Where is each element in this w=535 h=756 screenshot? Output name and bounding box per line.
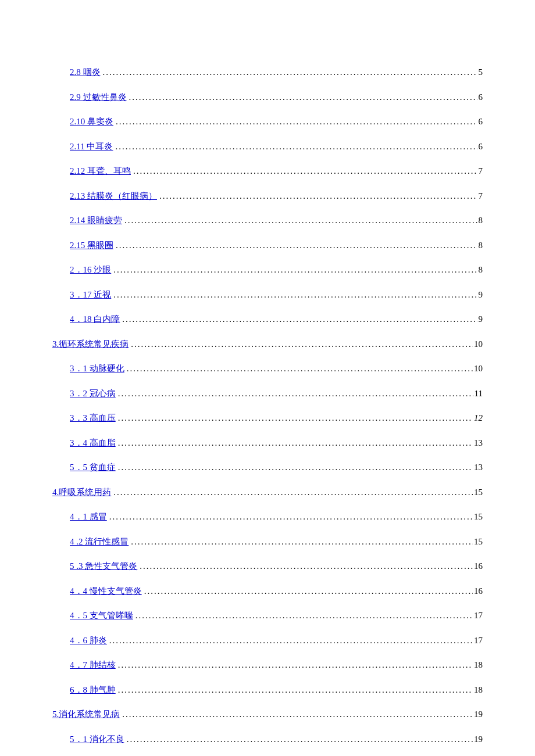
toc-row: 2.11 中耳炎6 (52, 138, 483, 155)
toc-leader-dots (107, 508, 473, 525)
toc-row: 2.12 耳聋、耳鸣7 (52, 163, 483, 180)
toc-link[interactable]: 5．5 贫血症 (70, 459, 116, 476)
toc-link[interactable]: 3．17 近视 (70, 286, 111, 303)
toc-link[interactable]: 4．7 肺结核 (70, 657, 116, 673)
toc-row: 3．2 冠心病11 (52, 385, 483, 402)
toc-link[interactable]: 4．6 肺炎 (70, 632, 107, 649)
toc-page-number: 8 (477, 237, 483, 254)
toc-leader-dots (116, 435, 473, 452)
toc-page-number: 19 (473, 706, 483, 723)
toc-link[interactable]: 2.14 眼睛疲劳 (70, 212, 122, 229)
toc-page-number: 9 (477, 311, 483, 328)
toc-page-number: 18 (473, 657, 483, 673)
toc-row: 5 .3 急性支气管炎16 (52, 558, 483, 575)
toc-link[interactable]: 2.15 黑眼圈 (70, 237, 113, 254)
toc-page-number: 10 (473, 360, 483, 377)
toc-page-number: 5 (477, 64, 483, 81)
toc-row: 4．4 慢性支气管炎16 (52, 583, 483, 600)
toc-leader-dots (124, 360, 473, 377)
toc-page-number: 9 (477, 286, 483, 303)
toc-link[interactable]: 2.8 咽炎 (70, 64, 101, 81)
toc-row: 5．1 消化不良19 (52, 731, 483, 748)
toc-row: 2.13 结膜炎（红眼病）7 (52, 188, 483, 205)
toc-row: 4．7 肺结核18 (52, 657, 483, 673)
toc-leader-dots (120, 706, 473, 723)
toc-link[interactable]: 2.10 鼻窦炎 (70, 113, 113, 130)
toc-leader-dots (116, 682, 473, 698)
toc-page-number: 15 (473, 533, 483, 550)
toc-link[interactable]: 2.12 耳聋、耳鸣 (70, 163, 131, 180)
toc-row: 2.10 鼻窦炎6 (52, 113, 483, 130)
toc-page-number: 6 (477, 138, 483, 155)
toc-link[interactable]: 5.消化系统常见病 (52, 706, 120, 723)
toc-link[interactable]: 3．4 高血脂 (70, 435, 116, 452)
toc-leader-dots (129, 533, 473, 550)
toc-page-number: 8 (477, 212, 483, 229)
toc-leader-dots (137, 558, 473, 575)
toc-link[interactable]: 4 .2 流行性感冒 (70, 533, 129, 550)
toc-row: 5.消化系统常见病19 (52, 706, 483, 723)
toc-leader-dots (101, 64, 477, 81)
toc-row: 5．5 贫血症13 (52, 459, 483, 476)
toc-page-number: 12 (473, 410, 483, 427)
toc-page-number: 19 (473, 731, 483, 748)
toc-page-number: 13 (473, 459, 483, 476)
toc-link[interactable]: 4.呼吸系统用药 (52, 484, 111, 501)
toc-link[interactable]: 3．1 动脉硬化 (70, 360, 124, 377)
toc-link[interactable]: 4．18 白内障 (70, 311, 120, 328)
toc-leader-dots (116, 385, 473, 402)
toc-page-number: 10 (473, 336, 483, 353)
toc-link[interactable]: 3．2 冠心病 (70, 385, 116, 402)
toc-page-number: 16 (473, 558, 483, 575)
toc-page-number: 11 (473, 385, 483, 402)
toc-row: 3．4 高血脂13 (52, 435, 483, 452)
toc-leader-dots (127, 89, 477, 106)
toc: 2.8 咽炎52.9 过敏性鼻炎62.10 鼻窦炎62.11 中耳炎62.12 … (52, 64, 483, 747)
toc-row: 4．6 肺炎17 (52, 632, 483, 649)
toc-page-number: 8 (477, 261, 483, 278)
toc-leader-dots (113, 138, 477, 155)
toc-row: 2.9 过敏性鼻炎6 (52, 89, 483, 106)
toc-link[interactable]: 2.9 过敏性鼻炎 (70, 89, 127, 106)
toc-page-number: 6 (477, 89, 483, 106)
toc-page-number: 17 (473, 632, 483, 649)
toc-row: 2.8 咽炎5 (52, 64, 483, 81)
toc-row: 3．1 动脉硬化10 (52, 360, 483, 377)
toc-leader-dots (116, 459, 473, 476)
toc-leader-dots (116, 657, 473, 673)
toc-link[interactable]: 5 .3 急性支气管炎 (70, 558, 137, 575)
toc-link[interactable]: 3．3 高血压 (70, 410, 116, 427)
toc-leader-dots (122, 212, 477, 229)
toc-page-number: 7 (477, 163, 483, 180)
toc-row: 3.循环系统常见疾病10 (52, 336, 483, 353)
toc-leader-dots (120, 311, 477, 328)
toc-link[interactable]: 2．16 沙眼 (70, 261, 111, 278)
toc-row: 6．8 肺气肿18 (52, 682, 483, 698)
toc-leader-dots (113, 237, 477, 254)
toc-link[interactable]: 4．4 慢性支气管炎 (70, 583, 142, 600)
toc-leader-dots (142, 583, 473, 600)
toc-leader-dots (133, 607, 473, 624)
toc-leader-dots (131, 163, 477, 180)
toc-page-number: 6 (477, 113, 483, 130)
toc-row: 3．17 近视9 (52, 286, 483, 303)
toc-page-number: 17 (473, 607, 483, 624)
toc-link[interactable]: 3.循环系统常见疾病 (52, 336, 129, 353)
toc-page-number: 16 (473, 583, 483, 600)
toc-link[interactable]: 2.13 结膜炎（红眼病） (70, 188, 157, 205)
toc-leader-dots (129, 336, 473, 353)
toc-row: 3．3 高血压12 (52, 410, 483, 427)
toc-leader-dots (124, 731, 473, 748)
toc-row: 4．5 支气管哮喘17 (52, 607, 483, 624)
toc-leader-dots (113, 113, 477, 130)
toc-link[interactable]: 2.11 中耳炎 (70, 138, 113, 155)
toc-page-number: 7 (477, 188, 483, 205)
toc-link[interactable]: 6．8 肺气肿 (70, 682, 116, 698)
toc-link[interactable]: 5．1 消化不良 (70, 731, 124, 748)
document-page: 2.8 咽炎52.9 过敏性鼻炎62.10 鼻窦炎62.11 中耳炎62.12 … (0, 0, 535, 756)
toc-leader-dots (116, 410, 473, 427)
toc-leader-dots (111, 261, 477, 278)
toc-row: 4．1 感冒15 (52, 508, 483, 525)
toc-link[interactable]: 4．1 感冒 (70, 508, 107, 525)
toc-link[interactable]: 4．5 支气管哮喘 (70, 607, 133, 624)
